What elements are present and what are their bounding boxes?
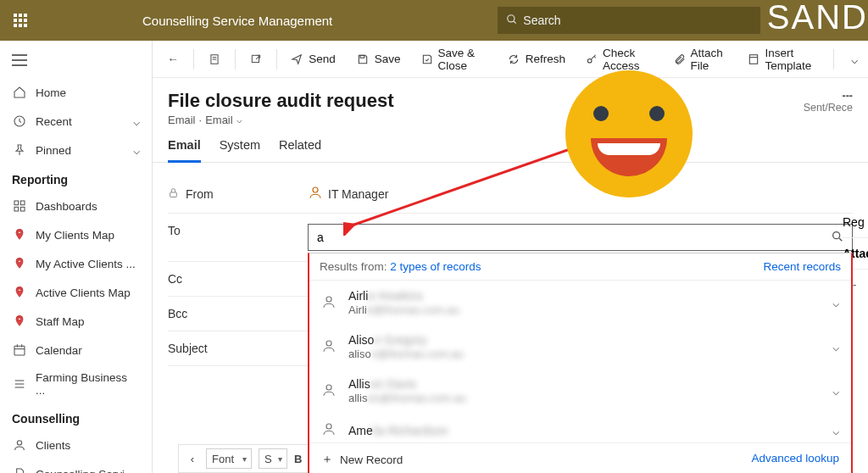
to-label: To (168, 224, 181, 237)
popout-button[interactable] (242, 47, 270, 71)
svg-line-34 (839, 238, 842, 241)
sidebar-item-pinned[interactable]: Pinned ⌵ (0, 136, 152, 164)
refresh-button[interactable]: Refresh (500, 47, 572, 71)
lookup-row[interactable]: Allison Davis allison@thomas.com.au ⌵ (309, 369, 851, 413)
sidebar-item-label: Clients (36, 439, 70, 452)
sidebar-item-calendar[interactable]: Calendar (0, 336, 152, 364)
key-icon (586, 53, 598, 66)
to-input[interactable]: a (308, 224, 853, 251)
chevron-down-icon[interactable]: ⌵ (832, 384, 839, 398)
form-label: Email (205, 114, 233, 126)
annotation-smile-emoji (565, 70, 693, 198)
svg-point-36 (326, 341, 331, 346)
form-tabs: Email System Related (153, 126, 868, 163)
svg-rect-15 (14, 346, 25, 355)
lookup-row[interactable]: Airlie Howkins Airlie@thomas.com.au ⌵ (309, 281, 851, 325)
chevron-down-icon[interactable]: ⌵ (832, 296, 839, 309)
recent-records-link[interactable]: Recent records (763, 260, 841, 273)
chevron-down-icon[interactable]: ⌵ (236, 114, 242, 125)
sidebar-item-clients[interactable]: Clients (0, 431, 152, 459)
sidebar-item-dashboards[interactable]: Dashboards (0, 192, 152, 220)
global-search[interactable]: Search (498, 7, 760, 34)
save-close-button[interactable]: Save & Close (415, 42, 493, 77)
from-label: From (186, 187, 214, 201)
sidebar-item-my-active-clients[interactable]: My Active Clients ... (0, 249, 152, 278)
back-button[interactable]: ← (159, 47, 186, 71)
chevron-down-icon: ⌵ (133, 143, 140, 157)
bold-button[interactable]: B (294, 453, 302, 465)
sidebar-item-label: Staff Map (36, 315, 85, 328)
map-pin-icon (12, 227, 27, 242)
send-icon (290, 53, 303, 66)
svg-point-37 (326, 385, 331, 390)
main-content: ← Send Save Save & Close Refresh Check A… (153, 41, 868, 473)
chevron-left-icon[interactable]: ‹ (186, 452, 199, 465)
sidebar-item-staff-map[interactable]: Staff Map (0, 307, 152, 336)
sidebar-item-label: Counselling Servi... (36, 468, 134, 474)
status-value: --- (804, 90, 853, 102)
search-placeholder: Search (523, 14, 560, 27)
bcc-label: Bcc (168, 307, 187, 320)
sidebar-item-my-clients-map[interactable]: My Clients Map (0, 220, 152, 249)
tab-related[interactable]: Related (279, 138, 321, 162)
show-as-button[interactable] (201, 47, 228, 71)
app-launcher-waffle[interactable] (0, 0, 41, 41)
sidebar-item-home[interactable]: Home (0, 78, 152, 107)
map-pin-icon (12, 314, 27, 329)
svg-rect-29 (750, 54, 758, 64)
svg-rect-10 (20, 207, 25, 211)
sidebar-item-label: Pinned (36, 144, 71, 157)
sidebar-item-recent[interactable]: Recent ⌵ (0, 107, 152, 136)
sidebar: Home Recent ⌵ Pinned ⌵ Reporting Dashboa… (0, 41, 153, 473)
save-close-icon (421, 53, 433, 66)
attach-file-button[interactable]: Attach File (667, 42, 735, 77)
overflow-button[interactable]: ⌵ (841, 47, 868, 71)
svg-point-0 (508, 14, 515, 21)
record-header: File closure audit request Email · Email… (153, 78, 868, 126)
new-record-button[interactable]: ＋ New Record (321, 452, 403, 467)
svg-point-12 (19, 260, 21, 263)
caret-down-icon: ▾ (278, 454, 282, 464)
sidebar-toggle[interactable] (0, 46, 152, 78)
send-button[interactable]: Send (283, 47, 342, 71)
svg-point-32 (313, 187, 318, 192)
person-icon (308, 185, 323, 203)
calendar-icon (12, 342, 27, 358)
sidebar-item-label: My Active Clients ... (36, 258, 136, 270)
tab-system[interactable]: System (220, 138, 260, 162)
search-icon (506, 14, 518, 28)
svg-point-11 (19, 231, 21, 234)
home-icon (12, 85, 27, 100)
sidebar-item-active-clients-map[interactable]: Active Clients Map (0, 278, 152, 307)
paperclip-icon (674, 53, 686, 66)
from-value[interactable]: IT Manager (308, 185, 388, 203)
chevron-down-icon[interactable]: ⌵ (832, 424, 839, 437)
svg-point-14 (19, 318, 21, 320)
font-dropdown[interactable]: Font▾ (206, 448, 252, 469)
sidebar-item-farming-business[interactable]: Farming Business ... (0, 364, 152, 403)
save-icon (356, 53, 370, 66)
plus-icon: ＋ (321, 452, 333, 467)
list-icon (12, 376, 27, 392)
sidebar-section-counselling: Counselling (0, 403, 152, 431)
lookup-results: Results from: 2 types of records Recent … (308, 253, 853, 473)
refresh-icon (507, 53, 520, 66)
tab-email[interactable]: Email (168, 138, 201, 163)
lookup-row[interactable]: Amelia Richardson ⌵ (309, 413, 851, 442)
sidebar-item-label: Farming Business ... (36, 371, 140, 397)
pin-icon (12, 142, 27, 158)
svg-point-38 (326, 424, 331, 429)
lookup-row[interactable]: Alison Gregory alison@thomas.com.au ⌵ (309, 325, 851, 369)
record-types-link[interactable]: 2 types of records (390, 260, 481, 273)
popout-icon (249, 53, 263, 66)
sidebar-item-counselling-service[interactable]: Counselling Servi... (0, 459, 152, 473)
chevron-down-icon[interactable]: ⌵ (832, 340, 839, 353)
insert-template-button[interactable]: Insert Template (741, 42, 826, 77)
advanced-lookup-link[interactable]: Advanced lookup (751, 452, 839, 467)
svg-point-13 (19, 289, 21, 292)
person-icon (321, 338, 337, 356)
sidebar-item-label: Dashboards (36, 200, 97, 213)
save-button[interactable]: Save (349, 47, 408, 71)
email-form: From IT Manager To a Results from: (153, 163, 868, 366)
size-dropdown[interactable]: S▾ (259, 448, 287, 469)
